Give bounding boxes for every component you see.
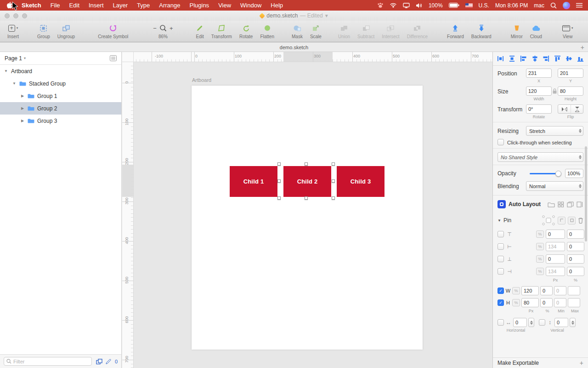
pin-left-pct-field[interactable] xyxy=(567,267,584,276)
pin-right-checkbox[interactable] xyxy=(498,243,504,250)
layer-row-group-3[interactable]: ▶ Group 3 xyxy=(0,115,121,127)
pin-top-px-field[interactable] xyxy=(546,230,565,239)
height-constraint-checkbox[interactable]: ✓ xyxy=(498,299,504,306)
artboard[interactable] xyxy=(192,86,423,350)
document-tab[interactable]: demo.sketch xyxy=(280,45,308,50)
zoom-window-button[interactable] xyxy=(22,13,27,18)
insert-button[interactable]: +▾ Insert xyxy=(7,23,19,39)
opacity-slider[interactable] xyxy=(530,169,561,178)
edit-button[interactable]: Edit xyxy=(196,23,204,39)
add-tab-button[interactable]: + xyxy=(581,43,584,52)
filter-field[interactable] xyxy=(4,357,92,366)
disclosure-closed-icon[interactable]: ▶ xyxy=(20,94,25,98)
apple-menu-icon[interactable] xyxy=(2,2,17,9)
scale-button[interactable]: Scale xyxy=(310,23,322,39)
siri-icon[interactable] xyxy=(563,2,570,9)
create-symbol-button[interactable]: Create Symbol xyxy=(98,23,128,39)
height-max-field[interactable] xyxy=(568,298,580,307)
page-list-toggle-icon[interactable] xyxy=(110,55,117,61)
battery-icon[interactable] xyxy=(449,3,459,8)
paw-icon[interactable] xyxy=(377,2,384,8)
board-tool-icon[interactable] xyxy=(577,201,583,207)
rotate-field[interactable] xyxy=(526,104,552,114)
position-y-field[interactable] xyxy=(558,69,583,78)
percent-toggle[interactable]: % xyxy=(536,243,544,250)
pin-right-pct-field[interactable] xyxy=(567,242,584,251)
trash-icon[interactable] xyxy=(578,217,583,224)
pin-left-px-field[interactable] xyxy=(546,267,565,276)
pin-corner-button[interactable] xyxy=(558,217,565,224)
pages-overlap-icon[interactable] xyxy=(96,359,102,364)
menu-user[interactable]: mac xyxy=(534,2,544,9)
zoom-out-button[interactable]: − xyxy=(153,25,157,32)
pin-bottom-pct-field[interactable] xyxy=(567,254,584,264)
canvas[interactable]: Artboard Child 1 Child 2 Child 3 xyxy=(134,62,492,368)
width-min-field[interactable] xyxy=(554,286,566,295)
zoom-control[interactable]: − + 86% xyxy=(153,23,173,39)
stack-tool-icon[interactable] xyxy=(567,201,574,207)
child-1-shape[interactable]: Child 1 xyxy=(230,166,277,197)
width-px-field[interactable] xyxy=(521,286,539,295)
layer-row-group-1[interactable]: ▶ Group 1 xyxy=(0,90,121,102)
align-bottom-icon[interactable] xyxy=(577,55,584,62)
transform-button[interactable]: Transform xyxy=(211,23,232,39)
make-exportable-row[interactable]: Make Exportable + xyxy=(493,357,588,368)
subtract-button[interactable]: Subtract xyxy=(357,23,374,39)
menu-layer[interactable]: Layer xyxy=(108,0,133,11)
percent-toggle[interactable]: % xyxy=(536,268,544,275)
disclosure-closed-icon[interactable]: ▶ xyxy=(20,119,25,123)
pin-bottom-checkbox[interactable] xyxy=(498,256,504,262)
pin-left-checkbox[interactable] xyxy=(498,268,504,275)
filter-input[interactable] xyxy=(13,359,89,364)
child-3-shape[interactable]: Child 3 xyxy=(337,166,384,197)
spotlight-icon[interactable] xyxy=(550,2,557,9)
grid-tool-icon[interactable] xyxy=(558,201,564,207)
menu-insert[interactable]: Insert xyxy=(84,0,108,11)
position-x-field[interactable] xyxy=(526,69,552,78)
pin-anchor-pad[interactable] xyxy=(542,215,555,226)
menu-type[interactable]: Type xyxy=(132,0,154,11)
minimize-window-button[interactable] xyxy=(13,13,18,18)
mask-button[interactable]: Mask xyxy=(292,23,303,39)
flip-horizontal-button[interactable] xyxy=(558,105,571,113)
menu-file[interactable]: File xyxy=(46,0,65,11)
layer-row-stacked-group[interactable]: ▼ Stacked Group xyxy=(0,77,121,90)
pin-top-pct-field[interactable] xyxy=(567,230,584,239)
flatten-button[interactable]: Flatten xyxy=(260,23,274,39)
inspector-scrollbar[interactable] xyxy=(585,146,587,242)
backward-button[interactable]: Backward xyxy=(471,23,492,39)
ungroup-button[interactable]: Ungroup xyxy=(57,23,75,39)
align-right-icon[interactable] xyxy=(543,55,549,62)
add-export-button[interactable]: + xyxy=(580,359,583,367)
stepper-control[interactable] xyxy=(528,318,534,327)
vertical-spacing-checkbox[interactable] xyxy=(539,319,545,326)
stepper-control[interactable] xyxy=(570,318,576,327)
distribute-vertically-icon[interactable] xyxy=(509,55,515,62)
wifi-icon[interactable] xyxy=(390,3,397,8)
width-field[interactable] xyxy=(526,86,552,96)
page-header[interactable]: Page 1 ▾ xyxy=(0,52,121,65)
percent-toggle[interactable]: % xyxy=(512,287,520,294)
width-pct-field[interactable] xyxy=(540,286,553,295)
forward-button[interactable]: Forward xyxy=(447,23,464,39)
height-field[interactable] xyxy=(558,86,583,96)
menu-plugins[interactable]: Plugins xyxy=(185,0,214,11)
rotate-button[interactable]: Rotate xyxy=(239,23,253,39)
pin-right-px-field[interactable] xyxy=(546,242,565,251)
artboard-title[interactable]: Artboard xyxy=(192,77,211,83)
pencil-filter-icon[interactable] xyxy=(106,358,112,364)
height-px-field[interactable] xyxy=(521,298,539,307)
layer-row-artboard[interactable]: ▼ Artboard xyxy=(0,65,121,77)
pin-section-header[interactable]: ▼ Pin xyxy=(493,211,588,228)
horizontal-spacing-field[interactable] xyxy=(513,318,527,327)
opacity-field[interactable] xyxy=(565,169,583,178)
shared-style-dropdown[interactable]: No Shared Style xyxy=(498,152,583,162)
percent-toggle[interactable]: % xyxy=(512,299,520,306)
pin-top-checkbox[interactable] xyxy=(498,231,504,237)
height-min-field[interactable] xyxy=(554,298,566,307)
notification-center-icon[interactable] xyxy=(576,3,582,8)
horizontal-ruler[interactable]: -100 0 100 200 300 400 500 600 700 xyxy=(134,52,492,62)
view-button[interactable]: ▾ View xyxy=(562,23,573,39)
pin-bottom-px-field[interactable] xyxy=(546,254,565,264)
pin-box-button[interactable] xyxy=(568,217,576,224)
